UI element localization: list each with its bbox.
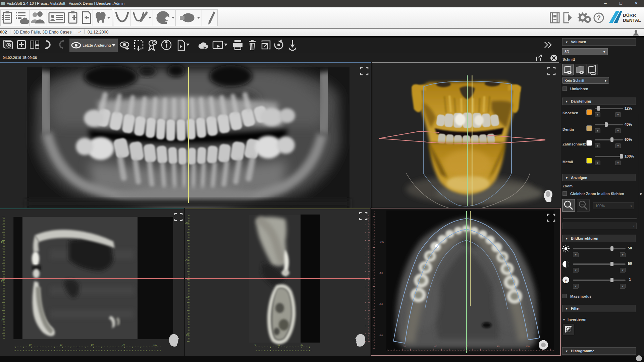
svg-text:-60: -60 bbox=[0, 280, 4, 282]
svg-text:-10: -10 bbox=[185, 334, 189, 336]
svg-text:60: 60 bbox=[466, 345, 468, 348]
svg-text:?: ? bbox=[597, 14, 601, 21]
svg-text:DENTAL: DENTAL bbox=[623, 18, 641, 23]
svg-text:DÜRR: DÜRR bbox=[623, 13, 636, 18]
svg-text:0: 0 bbox=[255, 344, 256, 346]
svg-text:70: 70 bbox=[122, 344, 125, 346]
svg-text:-50: -50 bbox=[185, 259, 189, 261]
svg-text:-80: -80 bbox=[379, 334, 383, 337]
svg-text:-30: -30 bbox=[185, 296, 189, 299]
svg-text:γ: γ bbox=[565, 278, 567, 283]
svg-text:80: 80 bbox=[497, 345, 499, 348]
svg-text:40: 40 bbox=[434, 345, 437, 348]
svg-text:Letzte Änderung: Letzte Änderung bbox=[83, 43, 111, 47]
svg-text:10: 10 bbox=[29, 344, 32, 346]
svg-text:-50: -50 bbox=[379, 272, 383, 274]
svg-text:100: 100 bbox=[526, 345, 530, 348]
svg-text:-100: -100 bbox=[379, 241, 384, 243]
svg-text:50: 50 bbox=[91, 344, 94, 346]
svg-text:30: 30 bbox=[60, 344, 62, 346]
svg-text:20: 20 bbox=[403, 345, 406, 348]
svg-text:-70: -70 bbox=[185, 222, 189, 224]
svg-text:-60: -60 bbox=[379, 303, 383, 305]
svg-text:10: 10 bbox=[277, 344, 280, 346]
svg-text:20: 20 bbox=[301, 344, 303, 346]
svg-text:100: 100 bbox=[153, 344, 157, 346]
svg-text:-50: -50 bbox=[0, 241, 4, 243]
svg-text:-70: -70 bbox=[0, 318, 4, 321]
